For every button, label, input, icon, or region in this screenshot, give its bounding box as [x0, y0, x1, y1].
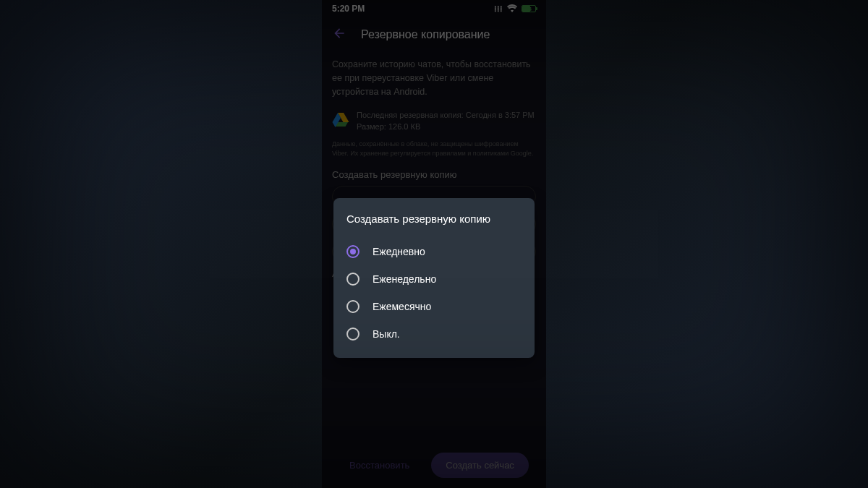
- option-weekly[interactable]: Еженедельно: [346, 265, 522, 293]
- phone-frame: 5:20 PM ⁞⁞⁞ 54 Резервное копирование Сох…: [322, 0, 546, 488]
- option-daily[interactable]: Ежедневно: [346, 238, 522, 265]
- option-label: Ежедневно: [373, 246, 425, 257]
- option-off[interactable]: Выкл.: [346, 320, 522, 348]
- option-label: Еженедельно: [373, 273, 436, 285]
- option-label: Ежемесячно: [373, 301, 431, 312]
- radio-icon: [346, 328, 359, 341]
- option-label: Выкл.: [373, 328, 400, 340]
- backup-frequency-dialog: Создавать резервную копию Ежедневно Ежен…: [333, 198, 535, 358]
- radio-icon: [346, 273, 359, 286]
- dialog-title: Создавать резервную копию: [346, 213, 522, 225]
- radio-icon: [346, 245, 359, 258]
- radio-icon: [346, 300, 359, 313]
- option-monthly[interactable]: Ежемесячно: [346, 293, 522, 320]
